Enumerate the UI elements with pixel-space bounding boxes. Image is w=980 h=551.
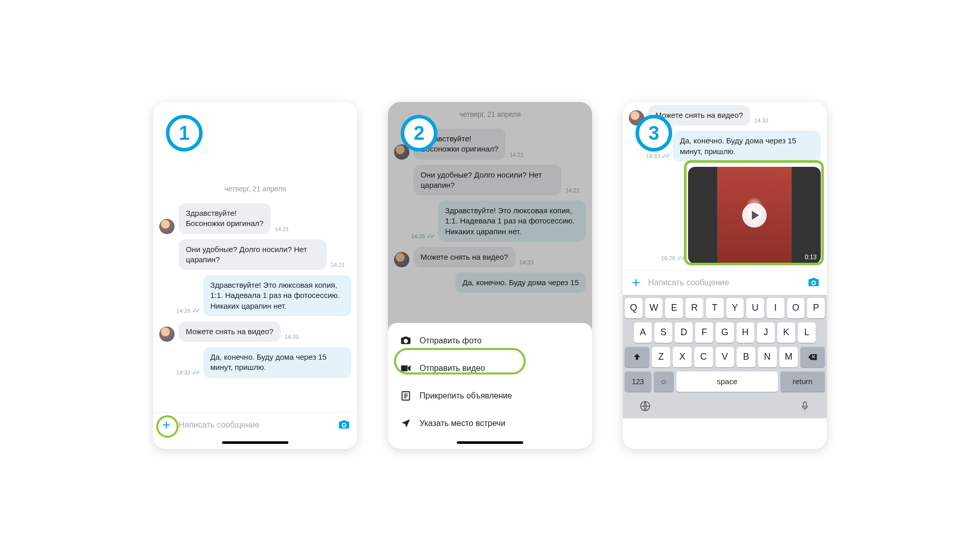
key-d[interactable]: D — [675, 322, 693, 343]
home-indicator — [457, 441, 523, 444]
message-bubble: Они удобные? Долго носили? Нет царапин? — [179, 239, 327, 270]
video-message[interactable]: 0:13 — [688, 167, 821, 264]
phone-step-3: 3 Можете снять на видео? 14:33 14:33✓✓ Д… — [623, 102, 827, 449]
sheet-item-label: Прикрепить объявление — [420, 391, 512, 400]
timestamp: 14:33 — [285, 334, 299, 342]
key-shift[interactable] — [625, 347, 649, 367]
timestamp: 14:21 — [331, 262, 345, 270]
document-icon — [400, 390, 411, 402]
camera-icon — [807, 277, 820, 289]
video-icon — [400, 363, 411, 374]
key-c[interactable]: C — [694, 347, 713, 367]
globe-icon[interactable] — [639, 400, 651, 414]
message-input[interactable]: Написать сообщение — [179, 420, 332, 430]
attachment-sheet: Отправить фото Отправить видео Прикрепит… — [388, 323, 592, 449]
key-return[interactable]: return — [780, 371, 825, 392]
keyboard-row: 123 ☺ space return — [625, 371, 825, 392]
message-bubble: Здравствуйте! Это люксовая копия, 1:1. Н… — [203, 275, 351, 316]
sheet-item-label: Указать место встречи — [420, 419, 505, 428]
camera-icon — [338, 419, 350, 431]
key-space[interactable]: space — [676, 371, 777, 392]
message-input[interactable]: Написать сообщение — [648, 278, 801, 287]
phone-step-2: 2 четверг, 21 апреля Здравствуйте! Босон… — [388, 102, 592, 449]
read-checks-icon: ✓✓ — [192, 369, 199, 376]
key-x[interactable]: X — [673, 347, 692, 367]
read-checks-icon: ✓✓ — [662, 153, 669, 160]
key-emoji[interactable]: ☺ — [654, 371, 674, 392]
key-b[interactable]: B — [737, 347, 755, 367]
shift-icon — [632, 353, 642, 362]
avatar — [159, 219, 175, 234]
keyboard-row: Q W E R T Y U I O P — [625, 298, 825, 318]
svg-point-6 — [813, 282, 815, 284]
message-bubble: Здравствуйте! Босоножки оригинал? — [179, 203, 271, 234]
keyboard-row: Z X C V B N M — [625, 347, 825, 367]
key-p[interactable]: P — [807, 298, 825, 318]
message-bubble: Да, конечно. Буду дома через 15 минут, п… — [673, 131, 821, 162]
read-checks-icon: ✓✓ — [677, 255, 684, 262]
key-e[interactable]: E — [665, 298, 683, 318]
timestamp: 14:21 — [275, 226, 289, 234]
key-j[interactable]: J — [757, 322, 775, 343]
sheet-item-label: Отправить видео — [420, 364, 485, 373]
message-row: 14:33✓✓ Да, конечно. Буду дома через 15 … — [159, 347, 351, 378]
svg-point-0 — [343, 424, 346, 427]
composer: + Написать сообщение — [623, 270, 827, 295]
key-n[interactable]: N — [758, 347, 777, 367]
key-o[interactable]: O — [787, 298, 805, 318]
phone-step-1: 1 четверг, 21 апреля Здравствуйте! Босон… — [153, 102, 357, 449]
key-z[interactable]: Z — [652, 347, 671, 367]
key-r[interactable]: R — [685, 298, 703, 318]
chat-area: четверг, 21 апреля Здравствуйте! Босонож… — [153, 173, 357, 412]
key-l[interactable]: L — [798, 322, 816, 343]
key-h[interactable]: H — [737, 322, 754, 343]
key-k[interactable]: K — [777, 322, 795, 343]
key-y[interactable]: Y — [726, 298, 744, 318]
timestamp: 14:26✓✓ — [176, 307, 199, 316]
timestamp: 14:33✓✓ — [176, 369, 199, 378]
message-row: Здравствуйте! Босоножки оригинал? 14:21 — [159, 203, 351, 234]
camera-icon — [400, 335, 411, 346]
play-button[interactable] — [742, 203, 767, 228]
timestamp: 14:33 — [754, 117, 769, 126]
keyboard: Q W E R T Y U I O P A S D F G H J K L Z — [623, 295, 827, 418]
step-badge-1: 1 — [166, 115, 203, 152]
location-icon — [400, 418, 411, 429]
key-s[interactable]: S — [654, 322, 672, 343]
step-badge-3: 3 — [635, 115, 672, 152]
message-row: 14:26✓✓ Здравствуйте! Это люксовая копия… — [159, 275, 351, 316]
key-u[interactable]: U — [746, 298, 764, 318]
message-bubble: Да, конечно. Буду дома через 15 минут, п… — [203, 347, 351, 378]
key-backspace[interactable] — [800, 347, 825, 367]
key-g[interactable]: G — [716, 322, 733, 343]
backspace-icon — [807, 352, 818, 362]
date-separator: четверг, 21 апреля — [159, 185, 351, 193]
key-w[interactable]: W — [645, 298, 663, 318]
sheet-location[interactable]: Указать место встречи — [388, 410, 592, 437]
video-duration: 0:13 — [805, 254, 817, 261]
keyboard-bottom-bar — [625, 396, 825, 416]
key-i[interactable]: I — [767, 298, 785, 318]
message-row: Они удобные? Долго носили? Нет царапин? … — [159, 239, 351, 270]
sheet-attach-listing[interactable]: Прикрепить объявление — [388, 382, 592, 410]
key-m[interactable]: M — [779, 347, 798, 367]
svg-rect-8 — [803, 402, 806, 407]
camera-button[interactable] — [338, 419, 350, 431]
attach-button[interactable]: + — [630, 277, 642, 289]
read-checks-icon: ✓✓ — [192, 307, 199, 314]
svg-rect-1 — [401, 366, 407, 371]
home-indicator — [222, 441, 288, 444]
timestamp: 16:28✓✓ — [661, 255, 684, 264]
key-q[interactable]: Q — [625, 298, 643, 318]
sheet-send-video[interactable]: Отправить видео — [388, 355, 592, 382]
key-a[interactable]: A — [634, 322, 652, 343]
mic-icon[interactable] — [799, 400, 811, 414]
key-v[interactable]: V — [716, 347, 734, 367]
key-f[interactable]: F — [695, 322, 713, 343]
message-bubble: Можете снять на видео? — [179, 321, 281, 342]
timestamp: 14:33✓✓ — [646, 153, 669, 162]
sheet-send-photo[interactable]: Отправить фото — [388, 327, 592, 355]
camera-button[interactable] — [807, 277, 820, 289]
key-123[interactable]: 123 — [625, 371, 651, 392]
key-t[interactable]: T — [706, 298, 724, 318]
